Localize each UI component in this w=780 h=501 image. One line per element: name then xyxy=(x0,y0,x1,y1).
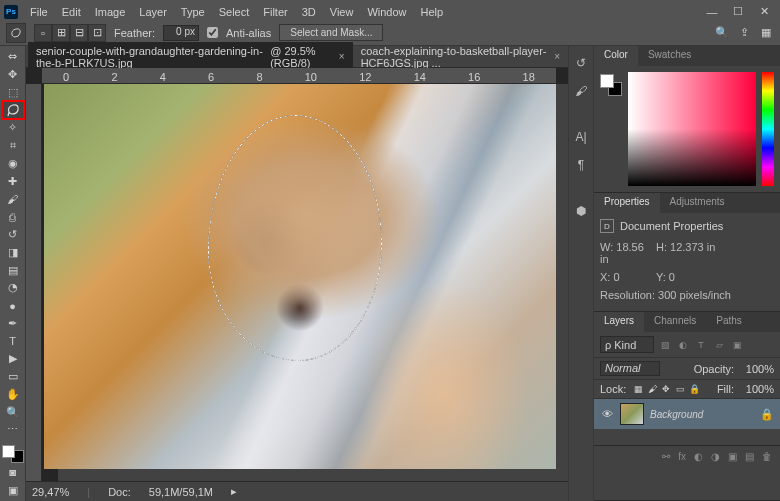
tab-channels[interactable]: Channels xyxy=(644,312,706,332)
arrange-docs-icon[interactable]: ▦ xyxy=(758,25,774,41)
selection-subtract[interactable]: ⊟ xyxy=(70,24,88,42)
rect-marquee-tool[interactable]: ⬚ xyxy=(2,84,24,102)
selection-add[interactable]: ⊞ xyxy=(52,24,70,42)
adjustment-icon[interactable]: ◑ xyxy=(711,451,720,462)
path-select-tool[interactable]: ▶ xyxy=(2,350,24,368)
dodge-tool[interactable]: ● xyxy=(2,297,24,315)
ruler-vertical[interactable] xyxy=(26,84,42,481)
window-maximize[interactable]: ☐ xyxy=(726,5,750,18)
filter-shape-icon[interactable]: ▱ xyxy=(712,338,726,352)
brush-tool[interactable]: 🖌 xyxy=(2,190,24,208)
tab-adjustments[interactable]: Adjustments xyxy=(660,193,735,213)
menu-view[interactable]: View xyxy=(324,4,360,20)
opacity-value[interactable]: 100% xyxy=(740,363,774,375)
menu-type[interactable]: Type xyxy=(175,4,211,20)
tab-layers[interactable]: Layers xyxy=(594,312,644,332)
edit-toolbar[interactable]: ⋯ xyxy=(2,421,24,439)
magic-wand-tool[interactable]: ✧ xyxy=(2,119,24,137)
fx-icon[interactable]: fx xyxy=(678,451,686,462)
antialias-checkbox[interactable] xyxy=(207,27,218,38)
quick-mask-toggle[interactable]: ◙ xyxy=(2,463,24,481)
trash-icon[interactable]: 🗑 xyxy=(762,451,772,462)
link-layers-icon[interactable]: ⚯ xyxy=(662,451,670,462)
menu-window[interactable]: Window xyxy=(361,4,412,20)
gradient-tool[interactable]: ▤ xyxy=(2,261,24,279)
select-and-mask-button[interactable]: Select and Mask... xyxy=(279,24,383,41)
menu-3d[interactable]: 3D xyxy=(296,4,322,20)
pen-tool[interactable]: ✒ xyxy=(2,314,24,332)
menu-layer[interactable]: Layer xyxy=(133,4,173,20)
search-icon[interactable]: 🔍 xyxy=(714,25,730,41)
paragraph-icon[interactable]: ¶ xyxy=(572,156,590,174)
3d-icon[interactable]: ⬢ xyxy=(572,202,590,220)
ruler-horizontal[interactable]: 0 2 4 6 8 10 12 14 16 18 xyxy=(42,68,556,84)
rectangle-tool[interactable]: ▭ xyxy=(2,368,24,386)
visibility-icon[interactable]: 👁 xyxy=(600,408,614,420)
window-minimize[interactable]: — xyxy=(700,6,724,18)
current-tool-icon[interactable] xyxy=(6,23,26,43)
color-swatch[interactable] xyxy=(2,445,24,464)
filter-type-icon[interactable]: T xyxy=(694,338,708,352)
hand-tool[interactable]: ✋ xyxy=(2,386,24,404)
layer-filter-kind[interactable]: ρKind xyxy=(600,336,654,353)
blur-tool[interactable]: ◔ xyxy=(2,279,24,297)
clone-stamp-tool[interactable]: ⎙ xyxy=(2,208,24,226)
canvas-viewport[interactable] xyxy=(42,84,568,481)
close-icon[interactable]: × xyxy=(554,51,560,62)
frame-grab-icon[interactable]: ⇔ xyxy=(2,48,24,66)
status-zoom[interactable]: 29,47% xyxy=(32,486,69,498)
lasso-tool[interactable] xyxy=(2,101,24,119)
menu-image[interactable]: Image xyxy=(89,4,132,20)
layer-thumbnail[interactable] xyxy=(620,403,644,425)
color-field[interactable] xyxy=(628,72,756,186)
feather-input[interactable]: 0 px xyxy=(163,25,199,41)
menu-edit[interactable]: Edit xyxy=(56,4,87,20)
filter-pixel-icon[interactable]: ▧ xyxy=(658,338,672,352)
scrollbar-horizontal[interactable] xyxy=(58,469,568,481)
lock-position-icon[interactable]: ✥ xyxy=(660,384,672,394)
tab-color[interactable]: Color xyxy=(594,46,638,66)
layer-row[interactable]: 👁 Background 🔒 xyxy=(594,399,780,429)
selection-new[interactable]: ▫ xyxy=(34,24,52,42)
window-close[interactable]: ✕ xyxy=(752,5,776,18)
scrollbar-vertical[interactable] xyxy=(556,84,568,469)
blend-mode-select[interactable]: Normal xyxy=(600,361,660,376)
layer-name[interactable]: Background xyxy=(650,409,754,420)
spot-heal-tool[interactable]: ✚ xyxy=(2,172,24,190)
selection-intersect[interactable]: ⊡ xyxy=(88,24,106,42)
tab-swatches[interactable]: Swatches xyxy=(638,46,701,66)
lock-artboard-icon[interactable]: ▭ xyxy=(674,384,686,394)
color-fg-bg-swatch[interactable] xyxy=(600,74,622,96)
menu-help[interactable]: Help xyxy=(415,4,450,20)
history-brush-tool[interactable]: ↺ xyxy=(2,226,24,244)
tab-paths[interactable]: Paths xyxy=(706,312,752,332)
screen-mode-toggle[interactable]: ▣ xyxy=(2,481,24,499)
menu-select[interactable]: Select xyxy=(213,4,256,20)
new-layer-icon[interactable]: ▤ xyxy=(745,451,754,462)
eyedropper-tool[interactable]: ◉ xyxy=(2,155,24,173)
group-icon[interactable]: ▣ xyxy=(728,451,737,462)
fill-value[interactable]: 100% xyxy=(740,383,774,395)
document-tab[interactable]: coach-explaining-to-basketball-player-HC… xyxy=(353,42,568,72)
filter-smart-icon[interactable]: ▣ xyxy=(730,338,744,352)
menu-filter[interactable]: Filter xyxy=(257,4,293,20)
crop-tool[interactable]: ⌗ xyxy=(2,137,24,155)
lock-pixels-icon[interactable]: 🖌 xyxy=(646,384,658,394)
lock-transparency-icon[interactable]: ▦ xyxy=(632,384,644,394)
filter-adjust-icon[interactable]: ◐ xyxy=(676,338,690,352)
menu-file[interactable]: File xyxy=(24,4,54,20)
move-tool[interactable]: ✥ xyxy=(2,66,24,84)
tab-properties[interactable]: Properties xyxy=(594,193,660,213)
character-icon[interactable]: A| xyxy=(572,128,590,146)
type-tool[interactable]: T xyxy=(2,332,24,350)
mask-icon[interactable]: ◐ xyxy=(694,451,703,462)
hue-slider[interactable] xyxy=(762,72,774,186)
brush-preset-icon[interactable]: 🖌 xyxy=(572,82,590,100)
history-icon[interactable]: ↺ xyxy=(572,54,590,72)
close-icon[interactable]: × xyxy=(339,51,345,62)
lock-all-icon[interactable]: 🔒 xyxy=(688,384,700,394)
status-chevron-icon[interactable]: ▸ xyxy=(231,485,237,498)
eraser-tool[interactable]: ◨ xyxy=(2,243,24,261)
workspace-share-icon[interactable]: ⇪ xyxy=(736,25,752,41)
document-tab[interactable]: senior-couple-with-grandaughter-gardenin… xyxy=(28,42,353,72)
